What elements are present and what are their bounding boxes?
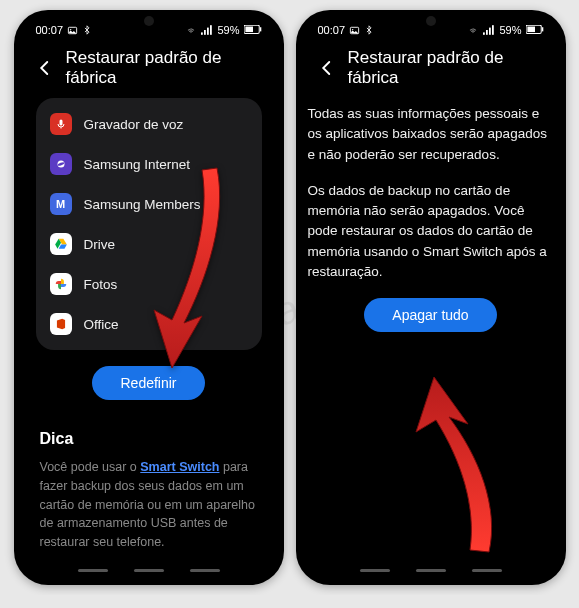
page-title: Restaurar padrão de fábrica: [348, 48, 544, 88]
google-photos-icon: [50, 273, 72, 295]
svg-rect-18: [492, 25, 494, 35]
svg-point-1: [70, 28, 71, 29]
phone-left: 00:07 59%: [14, 10, 284, 585]
svg-rect-7: [245, 27, 253, 33]
wifi-icon: [185, 25, 197, 35]
status-time: 00:07: [318, 24, 346, 36]
camera-notch: [144, 16, 154, 26]
app-label: Fotos: [84, 277, 118, 292]
info-paragraph-2: Os dados de backup no cartão de memória …: [308, 181, 554, 282]
app-row-voice: Gravador de voz: [36, 104, 262, 144]
samsung-internet-icon: [50, 153, 72, 175]
app-label: Office: [84, 317, 119, 332]
svg-rect-5: [210, 25, 212, 35]
battery-percent: 59%: [499, 24, 521, 36]
app-row-drive: Drive: [36, 224, 262, 264]
tip-section: Dica Você pode usar o Smart Switch para …: [36, 430, 262, 552]
header: Restaurar padrão de fábrica: [22, 40, 276, 98]
screen-right: 00:07 59%: [304, 18, 558, 577]
svg-rect-15: [483, 32, 485, 34]
tip-text: Você pode usar o Smart Switch para fazer…: [40, 458, 258, 552]
signal-icon: [483, 25, 495, 35]
screen-left: 00:07 59%: [22, 18, 276, 577]
svg-rect-2: [201, 32, 203, 34]
info-text: Todas as suas informações pessoais e os …: [304, 98, 558, 332]
nav-bar[interactable]: [360, 569, 502, 572]
battery-percent: 59%: [217, 24, 239, 36]
annotation-arrow: [394, 368, 514, 562]
header: Restaurar padrão de fábrica: [304, 40, 558, 98]
svg-rect-17: [489, 28, 491, 35]
reset-button[interactable]: Redefinir: [92, 366, 204, 400]
bluetooth-icon: [82, 25, 92, 35]
app-label: Gravador de voz: [84, 117, 184, 132]
voice-recorder-icon: [50, 113, 72, 135]
svg-rect-9: [59, 120, 62, 126]
image-icon: [349, 25, 360, 36]
svg-rect-8: [259, 27, 260, 31]
tip-title: Dica: [40, 430, 258, 448]
smart-switch-link[interactable]: Smart Switch: [140, 460, 219, 474]
app-label: Drive: [84, 237, 116, 252]
battery-icon: [526, 25, 544, 35]
back-icon[interactable]: [318, 59, 336, 77]
svg-rect-4: [207, 28, 209, 35]
bluetooth-icon: [364, 25, 374, 35]
google-drive-icon: [50, 233, 72, 255]
samsung-members-icon: M: [50, 193, 72, 215]
nav-bar[interactable]: [78, 569, 220, 572]
app-label: Samsung Members: [84, 197, 201, 212]
apps-list-card: Gravador de voz Samsung Internet M Samsu…: [36, 98, 262, 350]
app-row-internet: Samsung Internet: [36, 144, 262, 184]
svg-rect-3: [204, 30, 206, 35]
image-icon: [67, 25, 78, 36]
app-label: Samsung Internet: [84, 157, 191, 172]
svg-rect-16: [486, 30, 488, 35]
info-paragraph-1: Todas as suas informações pessoais e os …: [308, 104, 554, 165]
back-icon[interactable]: [36, 59, 54, 77]
phone-right: 00:07 59%: [296, 10, 566, 585]
page-title: Restaurar padrão de fábrica: [66, 48, 262, 88]
app-row-fotos: Fotos: [36, 264, 262, 304]
app-row-members: M Samsung Members: [36, 184, 262, 224]
battery-icon: [244, 25, 262, 35]
tip-text-before: Você pode usar o: [40, 460, 141, 474]
camera-notch: [426, 16, 436, 26]
erase-all-button[interactable]: Apagar tudo: [364, 298, 496, 332]
status-time: 00:07: [36, 24, 64, 36]
svg-rect-20: [527, 27, 535, 33]
signal-icon: [201, 25, 213, 35]
office-icon: [50, 313, 72, 335]
wifi-icon: [467, 25, 479, 35]
svg-point-14: [352, 28, 353, 29]
app-row-office: Office: [36, 304, 262, 344]
svg-rect-21: [541, 27, 542, 31]
